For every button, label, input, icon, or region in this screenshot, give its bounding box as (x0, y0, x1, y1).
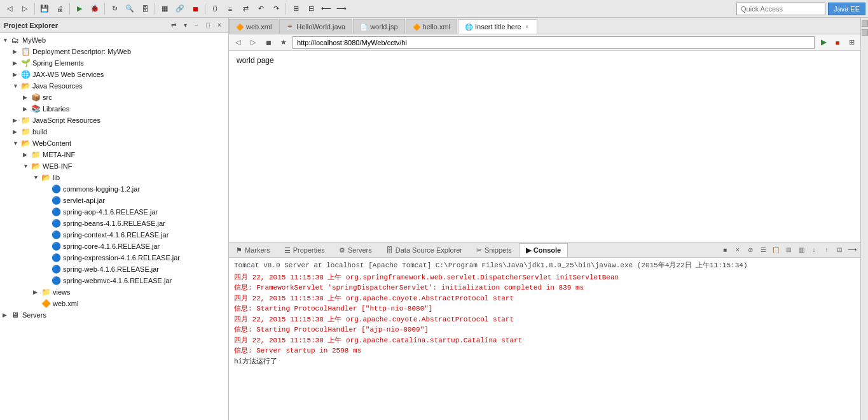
btab-toolbar-btn-3[interactable]: ☰ (757, 244, 769, 256)
tree-item-spring-core[interactable]: 🔵spring-core-4.1.6.RELEASE.jar (0, 241, 228, 252)
toolbar-btn-misc4[interactable]: ↶ (254, 2, 268, 16)
tree-item-jax-ws[interactable]: ▶🌐JAX-WS Web Services (0, 69, 228, 80)
nav-back-btn[interactable]: ◁ (231, 36, 244, 49)
tree-item-spring-aop[interactable]: 🔵spring-aop-4.1.6.RELEASE.jar (0, 206, 228, 218)
btab-toolbar-btn-0[interactable]: ■ (719, 244, 731, 256)
url-stop-btn2[interactable]: ■ (831, 36, 844, 49)
btab-toolbar-btn-4[interactable]: 📋 (770, 244, 782, 256)
tree-item-commons-logging[interactable]: 🔵commons-logging-1.2.jar (0, 183, 228, 195)
tree-toggle-webcontent[interactable]: ▼ (13, 140, 20, 146)
panel-sync-btn[interactable]: ⇄ (169, 20, 179, 31)
toolbar-btn-misc1[interactable]: ⟨⟩ (208, 2, 222, 16)
strip-btn-2[interactable] (862, 29, 868, 36)
nav-fwd-btn[interactable]: ▷ (247, 36, 259, 49)
editor-tab-helloworld-tab[interactable]: ☕HelloWorld.java (279, 19, 352, 34)
editor-tab-insert-title-tab[interactable]: 🌐Insert title here× (458, 19, 537, 34)
tree-toggle-js-resources[interactable]: ▶ (13, 117, 20, 123)
tree-toggle-lib[interactable]: ▼ (33, 174, 41, 181)
tree-item-src[interactable]: ▶📦src (0, 92, 228, 103)
tree-item-build[interactable]: ▶📁build (0, 126, 228, 137)
url-input[interactable] (293, 36, 815, 49)
panel-maximize-btn[interactable]: □ (203, 20, 213, 31)
quick-access-input[interactable] (736, 3, 825, 15)
toolbar-btn-grid[interactable]: ⊞ (289, 2, 303, 16)
tree-toggle-servers[interactable]: ▶ (3, 312, 10, 318)
toolbar-btn-refresh[interactable]: ↻ (107, 2, 121, 16)
tree-item-web-inf[interactable]: ▼📂WEB-INF (0, 160, 228, 172)
tree-item-js-resources[interactable]: ▶📁JavaScript Resources (0, 115, 228, 126)
tree-item-meta-inf[interactable]: ▶📁META-INF (0, 149, 228, 160)
bottom-tab-markers[interactable]: ⚑Markers (229, 243, 277, 257)
tree-toggle-libraries[interactable]: ▶ (23, 106, 31, 112)
panel-collapse-btn[interactable]: ▾ (180, 20, 190, 31)
tree-toggle-build[interactable]: ▶ (13, 129, 20, 135)
bottom-tab-data-source[interactable]: 🗄Data Source Explorer (379, 243, 469, 257)
nav-bookmark-btn[interactable]: ★ (277, 36, 290, 49)
tree-item-spring-beans[interactable]: 🔵spring-beans-4.1.6.RELEASE.jar (0, 218, 228, 229)
toolbar-btn-misc2[interactable]: ≡ (223, 2, 237, 16)
tab-close-insert-title-tab[interactable]: × (524, 24, 530, 30)
toolbar-btn-nav2[interactable]: ⟶ (334, 2, 348, 16)
tree-toggle-src[interactable]: ▶ (23, 94, 31, 101)
tree-item-spring-webmvc[interactable]: 🔵spring-webmvc-4.1.6.RELEASE.jar (0, 275, 228, 286)
btab-toolbar-btn-9[interactable]: ⊡ (834, 244, 845, 256)
tree-toggle-meta-inf[interactable]: ▶ (23, 151, 31, 158)
toolbar-btn-misc5[interactable]: ↷ (269, 2, 283, 16)
tree-item-libraries[interactable]: ▶📚Libraries (0, 103, 228, 115)
panel-minimize-btn[interactable]: − (191, 20, 202, 31)
tree-item-spring-context[interactable]: 🔵spring-context-4.1.6.RELEASE.jar (0, 229, 228, 241)
toolbar-btn-save[interactable]: 💾 (38, 2, 52, 16)
bottom-tab-snippets[interactable]: ✂Snippets (469, 243, 519, 257)
tree-toggle-java-resources[interactable]: ▼ (13, 83, 20, 89)
btab-toolbar-btn-2[interactable]: ⊘ (745, 244, 756, 256)
tree-item-webcontent[interactable]: ▼📂WebContent (0, 137, 228, 149)
toolbar-btn-debug[interactable]: 🐞 (88, 2, 102, 16)
toolbar-btn-connect[interactable]: 🔗 (173, 2, 187, 16)
btab-toolbar-btn-6[interactable]: ▥ (796, 244, 807, 256)
toolbar-btn-back[interactable]: ◁ (3, 2, 17, 16)
bottom-tab-console[interactable]: ▶Console (519, 243, 568, 257)
tree-item-web-xml[interactable]: 🔶web.xml (0, 298, 228, 309)
tree-toggle-web-inf[interactable]: ▼ (23, 163, 31, 169)
toolbar-btn-fwd[interactable]: ▷ (18, 2, 32, 16)
editor-tab-web-xml-tab[interactable]: 🔶web.xml (229, 19, 279, 34)
tree-item-spring-elements[interactable]: ▶🌱Spring Elements (0, 57, 228, 69)
tree-item-java-resources[interactable]: ▼📂Java Resources (0, 80, 228, 92)
panel-close-btn[interactable]: × (214, 20, 224, 31)
tree-item-views[interactable]: ▶📁views (0, 286, 228, 298)
strip-btn-1[interactable] (862, 20, 868, 27)
bottom-tab-servers[interactable]: ⚙Servers (332, 243, 379, 257)
url-go-btn[interactable]: ▶ (817, 36, 830, 49)
toolbar-btn-search[interactable]: 🔍 (123, 2, 137, 16)
tree-toggle-spring-elements[interactable]: ▶ (13, 60, 20, 66)
tree-item-myweb[interactable]: ▼🗂MyWeb (0, 34, 228, 46)
editor-tab-world-jsp-tab[interactable]: 📄world.jsp (353, 19, 404, 34)
toolbar-btn-layout[interactable]: ▦ (158, 2, 172, 16)
toolbar-btn-print[interactable]: 🖨 (53, 2, 67, 16)
toolbar-btn-misc3[interactable]: ⇄ (238, 2, 252, 16)
tree-toggle-views[interactable]: ▶ (33, 289, 41, 295)
btab-toolbar-btn-5[interactable]: ⊟ (783, 244, 794, 256)
tree-item-servers[interactable]: ▶🖥Servers (0, 309, 228, 321)
toolbar-btn-run[interactable]: ▶ (72, 2, 86, 16)
tree-toggle-myweb[interactable]: ▼ (3, 37, 10, 43)
java-ee-button[interactable]: Java EE (828, 3, 865, 15)
nav-stop-btn[interactable]: ⏹ (262, 36, 275, 49)
bottom-tab-properties[interactable]: ☰Properties (277, 243, 332, 257)
tree-item-deployment[interactable]: ▶📋Deployment Descriptor: MyWeb (0, 46, 228, 57)
tree-item-lib[interactable]: ▼📂lib (0, 172, 228, 183)
tree-toggle-deployment[interactable]: ▶ (13, 48, 20, 55)
toolbar-btn-stop[interactable]: ⏹ (188, 2, 202, 16)
tree-item-spring-web[interactable]: 🔵spring-web-4.1.6.RELEASE.jar (0, 263, 228, 275)
toolbar-btn-align[interactable]: ⊟ (304, 2, 318, 16)
toolbar-btn-nav1[interactable]: ⟵ (319, 2, 333, 16)
btab-toolbar-btn-8[interactable]: ↑ (821, 244, 832, 256)
tree-item-servlet-api[interactable]: 🔵servlet-api.jar (0, 195, 228, 206)
tree-item-spring-expression[interactable]: 🔵spring-expression-4.1.6.RELEASE.jar (0, 252, 228, 263)
btab-toolbar-btn-10[interactable]: ⟶ (846, 244, 858, 256)
url-layout-btn[interactable]: ⊞ (845, 36, 858, 49)
btab-toolbar-btn-1[interactable]: × (732, 244, 743, 256)
toolbar-btn-db[interactable]: 🗄 (138, 2, 152, 16)
editor-tab-hello-xml-tab[interactable]: 🔶hello.xml (406, 19, 457, 34)
btab-toolbar-btn-7[interactable]: ↓ (808, 244, 820, 256)
